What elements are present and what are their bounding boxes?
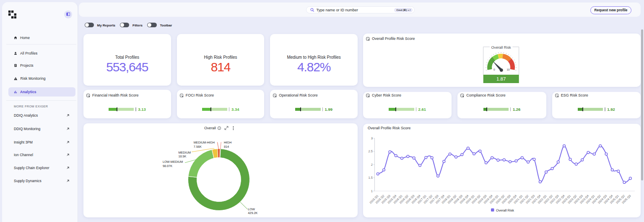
svg-text:Overall: Overall [204, 126, 216, 130]
svg-text:7.56K: 7.56K [194, 145, 202, 149]
svg-text:Overall Risk: Overall Risk [496, 209, 514, 212]
svg-text:0: 0 [493, 68, 495, 71]
svg-text:10: 10 [506, 68, 510, 71]
svg-text:1: 1 [371, 189, 373, 193]
svg-text:3: 3 [371, 136, 373, 140]
svg-text:814: 814 [224, 145, 229, 149]
svg-text:429.2K: 429.2K [248, 211, 257, 215]
svg-text:HIGH: HIGH [224, 141, 231, 144]
svg-text:1.5: 1.5 [369, 176, 373, 180]
svg-text:2.5: 2.5 [369, 149, 373, 153]
svg-text:98.07K: 98.07K [163, 164, 172, 168]
svg-text:1.87: 1.87 [496, 77, 506, 82]
svg-text:LOW: LOW [248, 207, 255, 211]
svg-text:2: 2 [371, 163, 373, 167]
svg-text:MEDIUM: MEDIUM [178, 151, 191, 154]
svg-text:MEDIUM-HIGH: MEDIUM-HIGH [194, 141, 215, 144]
svg-text:18.5K: 18.5K [178, 154, 186, 158]
svg-text:LOW-MEDIUM: LOW-MEDIUM [163, 160, 183, 164]
svg-text:Overall Risk: Overall Risk [491, 45, 511, 50]
svg-text:Overall Profile Risk Score: Overall Profile Risk Score [368, 126, 411, 130]
